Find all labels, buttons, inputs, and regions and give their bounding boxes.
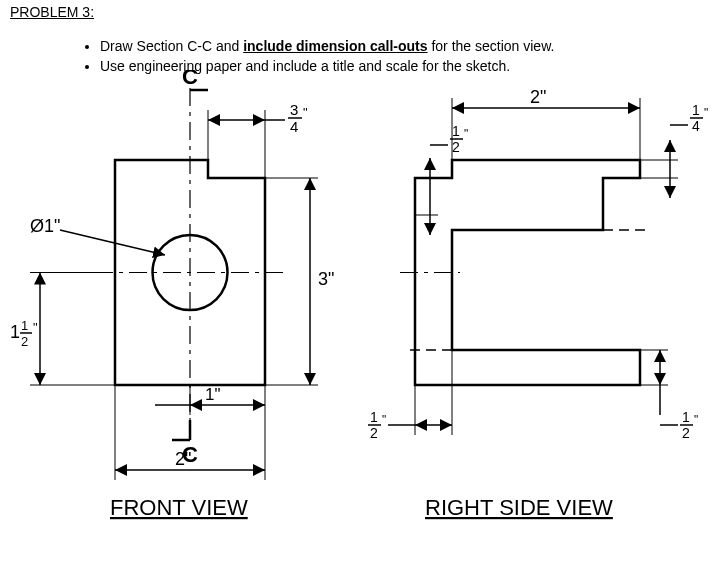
right-view-label: RIGHT SIDE VIEW: [425, 495, 613, 520]
dim-hole-height-whole: 1: [10, 322, 20, 342]
dim-right-top-width: 2": [452, 87, 640, 160]
dim-right-bottom-right: 1 2 ": [640, 350, 698, 441]
dim-step-mark: ": [303, 105, 308, 120]
dim-right-tr-den: 4: [692, 118, 700, 134]
dim-overall-height: 3": [265, 178, 334, 385]
dim-right-tr-num: 1: [692, 102, 700, 118]
dim-hole-offset: 1": [155, 385, 265, 415]
dim-right-tl-den: 2: [452, 139, 460, 155]
dim-right-br-den: 2: [682, 425, 690, 441]
dim-overall-height-text: 3": [318, 269, 334, 289]
dim-right-bl-den: 2: [370, 425, 378, 441]
engineering-drawing: C C Ø1" 1 1 2: [0, 70, 717, 561]
dim-right-bl-num: 1: [370, 409, 378, 425]
dim-right-tl-num: 1: [452, 123, 460, 139]
right-side-view: 2" 1 4 ": [368, 87, 708, 520]
dim-step-num: 3: [290, 101, 298, 118]
dim-right-br-num: 1: [682, 409, 690, 425]
drawing-svg: C C Ø1" 1 1 2: [0, 70, 717, 561]
dim-right-top-step: 1 4 ": [640, 102, 708, 198]
dim-hole-offset-text: 1": [205, 385, 221, 404]
dim-right-br-mark: ": [694, 413, 698, 427]
problem-title: PROBLEM 3:: [10, 4, 94, 20]
front-view-label: FRONT VIEW: [110, 495, 248, 520]
dim-hole-height-mark: ": [33, 320, 38, 335]
section-letter-top: C: [182, 70, 198, 89]
front-view: C C Ø1" 1 1 2: [10, 70, 334, 520]
dim-hole-height-den: 2: [21, 334, 28, 349]
instruction-1c: for the section view.: [428, 38, 555, 54]
instruction-1b: include dimension call-outs: [243, 38, 427, 54]
dim-hole-dia: Ø1": [30, 216, 60, 236]
instruction-1a: Draw Section C-C and: [100, 38, 243, 54]
dim-right-tl-mark: ": [464, 127, 468, 141]
page: PROBLEM 3: Draw Section C-C and include …: [0, 0, 717, 561]
dim-right-bottom-left: 1 2 ": [368, 350, 452, 441]
dim-right-top-text: 2": [530, 87, 546, 107]
instruction-1: Draw Section C-C and include dimension c…: [100, 38, 554, 54]
dim-right-bl-mark: ": [382, 413, 386, 427]
dim-hole-dia-leader: [60, 230, 165, 255]
dim-hole-height: 1 1 2 ": [10, 273, 115, 386]
dim-overall-width-text: 2": [175, 449, 191, 469]
dim-right-tr-mark: ": [704, 106, 708, 120]
dim-step-width: 3 4 ": [208, 101, 308, 178]
dim-step-den: 4: [290, 118, 298, 135]
dim-hole-height-num: 1: [21, 318, 28, 333]
